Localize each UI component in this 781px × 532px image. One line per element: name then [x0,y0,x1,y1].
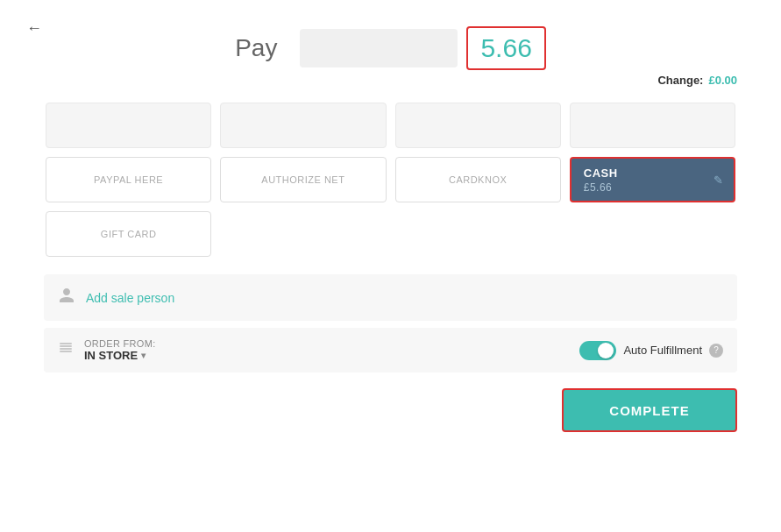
cash-label: CASH [584,167,618,180]
order-from-row: Order from: IN STORE ▾ Auto Fulfillment … [44,328,737,372]
payment-cash[interactable]: CASH £5.66 ✎ [570,157,735,202]
sale-person-row: Add sale person [44,274,737,321]
edit-icon[interactable]: ✎ [714,174,724,187]
dropdown-arrow-icon: ▾ [141,351,146,360]
pay-header: Pay 5.66 [44,26,737,70]
complete-button[interactable]: COMPLETE [562,388,737,432]
payment-paypal[interactable]: PAYPAL HERE [46,157,211,202]
pay-input[interactable] [300,29,458,67]
auto-fulfillment-area: Auto Fulfillment ? [579,341,723,360]
change-row: Change: £0.00 [44,74,737,87]
payment-methods-row3: GIFT CARD [44,211,737,257]
help-icon[interactable]: ? [709,344,723,358]
auto-fulfillment-label: Auto Fulfillment [623,344,702,357]
payment-placeholder-2[interactable] [220,103,386,148]
pay-amount-value: 5.66 [480,33,531,62]
payment-placeholder-4[interactable] [570,103,735,148]
toggle-thumb [598,343,614,358]
store-icon [58,341,74,360]
auto-fulfillment-toggle[interactable] [579,341,616,360]
payment-methods-row1 [44,103,737,148]
add-sale-person-link[interactable]: Add sale person [86,291,174,305]
payment-placeholder-1[interactable] [46,103,211,148]
change-value: £0.00 [708,74,737,87]
order-from-left: Order from: IN STORE ▾ [58,338,156,362]
person-icon [58,287,75,309]
order-from-value[interactable]: IN STORE ▾ [84,349,156,362]
payment-authorize[interactable]: AUTHORIZE NET [220,157,386,202]
order-from-label: Order from: [84,338,156,349]
cash-amount: £5.66 [584,181,613,194]
payment-cardknox[interactable]: CARDKNOX [395,157,561,202]
pay-label: Pay [235,34,277,62]
back-arrow[interactable]: ← [26,19,42,38]
complete-btn-wrapper: COMPLETE [44,388,737,432]
order-from-info: Order from: IN STORE ▾ [84,338,156,362]
payment-giftcard[interactable]: GIFT CARD [46,211,211,257]
change-label: Change: [657,74,703,87]
payment-methods-row2: PAYPAL HERE AUTHORIZE NET CARDKNOX CASH … [44,157,737,202]
payment-placeholder-3[interactable] [395,103,561,148]
pay-amount-box: 5.66 [466,26,545,70]
